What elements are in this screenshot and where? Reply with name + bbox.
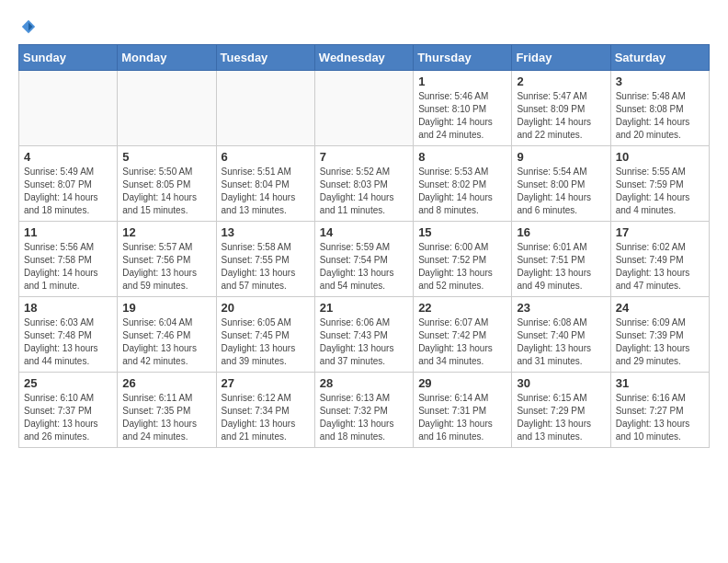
- day-number: 18: [24, 301, 112, 315]
- day-number: 26: [122, 376, 210, 390]
- day-of-week-header: Wednesday: [314, 45, 413, 71]
- day-info: Sunrise: 5:55 AM Sunset: 7:59 PM Dayligh…: [616, 166, 704, 217]
- day-info: Sunrise: 6:11 AM Sunset: 7:35 PM Dayligh…: [122, 392, 210, 443]
- day-number: 10: [616, 150, 704, 164]
- day-info: Sunrise: 6:04 AM Sunset: 7:46 PM Dayligh…: [122, 316, 210, 368]
- calendar-day-cell: [314, 71, 413, 146]
- calendar-day-cell: 1Sunrise: 5:46 AM Sunset: 8:10 PM Daylig…: [414, 71, 512, 146]
- calendar-day-cell: 12Sunrise: 5:57 AM Sunset: 7:56 PM Dayli…: [118, 222, 216, 297]
- day-info: Sunrise: 5:49 AM Sunset: 8:07 PM Dayligh…: [24, 166, 112, 217]
- calendar-day-cell: 11Sunrise: 5:56 AM Sunset: 7:58 PM Dayli…: [19, 222, 118, 297]
- day-info: Sunrise: 6:01 AM Sunset: 7:51 PM Dayligh…: [517, 241, 605, 293]
- day-of-week-header: Friday: [512, 45, 610, 71]
- calendar-day-cell: 25Sunrise: 6:10 AM Sunset: 7:37 PM Dayli…: [19, 373, 118, 448]
- calendar-day-cell: 2Sunrise: 5:47 AM Sunset: 8:09 PM Daylig…: [512, 71, 610, 146]
- calendar-day-cell: 3Sunrise: 5:48 AM Sunset: 8:08 PM Daylig…: [610, 71, 709, 146]
- calendar-week-row: 1Sunrise: 5:46 AM Sunset: 8:10 PM Daylig…: [19, 71, 710, 146]
- day-info: Sunrise: 5:50 AM Sunset: 8:05 PM Dayligh…: [122, 166, 210, 217]
- day-info: Sunrise: 5:51 AM Sunset: 8:04 PM Dayligh…: [222, 166, 310, 217]
- calendar-day-cell: 23Sunrise: 6:08 AM Sunset: 7:40 PM Dayli…: [512, 297, 610, 373]
- calendar-day-cell: 14Sunrise: 5:59 AM Sunset: 7:54 PM Dayli…: [314, 222, 413, 297]
- day-info: Sunrise: 6:03 AM Sunset: 7:48 PM Dayligh…: [24, 316, 112, 368]
- calendar-day-cell: 21Sunrise: 6:06 AM Sunset: 7:43 PM Dayli…: [314, 297, 413, 373]
- day-info: Sunrise: 6:16 AM Sunset: 7:27 PM Dayligh…: [616, 392, 704, 443]
- logo: [18, 18, 37, 35]
- day-number: 2: [517, 75, 605, 88]
- day-info: Sunrise: 5:59 AM Sunset: 7:54 PM Dayligh…: [320, 241, 408, 293]
- day-of-week-header: Monday: [118, 45, 216, 71]
- header: [18, 18, 710, 35]
- calendar-day-cell: 22Sunrise: 6:07 AM Sunset: 7:42 PM Dayli…: [414, 297, 512, 373]
- day-number: 20: [222, 301, 310, 315]
- calendar-day-cell: 16Sunrise: 6:01 AM Sunset: 7:51 PM Dayli…: [512, 222, 610, 297]
- calendar-day-cell: 7Sunrise: 5:52 AM Sunset: 8:03 PM Daylig…: [314, 146, 413, 222]
- calendar-day-cell: 19Sunrise: 6:04 AM Sunset: 7:46 PM Dayli…: [118, 297, 216, 373]
- day-number: 25: [24, 376, 112, 390]
- day-number: 14: [320, 225, 408, 239]
- calendar-day-cell: 29Sunrise: 6:14 AM Sunset: 7:31 PM Dayli…: [414, 373, 512, 448]
- calendar-day-cell: 8Sunrise: 5:53 AM Sunset: 8:02 PM Daylig…: [414, 146, 512, 222]
- day-of-week-header: Tuesday: [216, 45, 314, 71]
- calendar-day-cell: 13Sunrise: 5:58 AM Sunset: 7:55 PM Dayli…: [216, 222, 314, 297]
- day-number: 22: [418, 301, 506, 315]
- calendar-day-cell: 5Sunrise: 5:50 AM Sunset: 8:05 PM Daylig…: [118, 146, 216, 222]
- calendar-day-cell: 20Sunrise: 6:05 AM Sunset: 7:45 PM Dayli…: [216, 297, 314, 373]
- day-number: 21: [320, 301, 408, 315]
- day-info: Sunrise: 5:56 AM Sunset: 7:58 PM Dayligh…: [24, 241, 112, 293]
- day-number: 29: [418, 376, 506, 390]
- day-info: Sunrise: 6:02 AM Sunset: 7:49 PM Dayligh…: [616, 241, 704, 293]
- day-number: 1: [418, 75, 506, 88]
- day-info: Sunrise: 6:15 AM Sunset: 7:29 PM Dayligh…: [517, 392, 605, 443]
- day-info: Sunrise: 6:00 AM Sunset: 7:52 PM Dayligh…: [418, 241, 506, 293]
- day-number: 15: [418, 225, 506, 239]
- day-number: 17: [616, 225, 704, 239]
- day-info: Sunrise: 5:48 AM Sunset: 8:08 PM Dayligh…: [616, 90, 704, 142]
- day-info: Sunrise: 5:57 AM Sunset: 7:56 PM Dayligh…: [122, 241, 210, 293]
- logo-icon: [20, 18, 37, 35]
- day-number: 31: [616, 376, 704, 390]
- day-info: Sunrise: 5:46 AM Sunset: 8:10 PM Dayligh…: [418, 90, 506, 142]
- calendar-day-cell: 18Sunrise: 6:03 AM Sunset: 7:48 PM Dayli…: [19, 297, 118, 373]
- calendar-day-cell: 17Sunrise: 6:02 AM Sunset: 7:49 PM Dayli…: [610, 222, 709, 297]
- day-number: 4: [24, 150, 112, 164]
- calendar-day-cell: [216, 71, 314, 146]
- day-info: Sunrise: 6:08 AM Sunset: 7:40 PM Dayligh…: [517, 316, 605, 368]
- calendar-week-row: 18Sunrise: 6:03 AM Sunset: 7:48 PM Dayli…: [19, 297, 710, 373]
- calendar-header: SundayMondayTuesdayWednesdayThursdayFrid…: [19, 45, 710, 71]
- day-info: Sunrise: 6:10 AM Sunset: 7:37 PM Dayligh…: [24, 392, 112, 443]
- day-info: Sunrise: 5:53 AM Sunset: 8:02 PM Dayligh…: [418, 166, 506, 217]
- day-number: 23: [517, 301, 605, 315]
- day-number: 13: [222, 225, 310, 239]
- calendar-day-cell: 27Sunrise: 6:12 AM Sunset: 7:34 PM Dayli…: [216, 373, 314, 448]
- calendar-day-cell: 9Sunrise: 5:54 AM Sunset: 8:00 PM Daylig…: [512, 146, 610, 222]
- day-info: Sunrise: 5:58 AM Sunset: 7:55 PM Dayligh…: [222, 241, 310, 293]
- day-of-week-header: Thursday: [414, 45, 512, 71]
- calendar-body: 1Sunrise: 5:46 AM Sunset: 8:10 PM Daylig…: [19, 71, 710, 448]
- day-info: Sunrise: 5:47 AM Sunset: 8:09 PM Dayligh…: [517, 90, 605, 142]
- calendar-day-cell: 26Sunrise: 6:11 AM Sunset: 7:35 PM Dayli…: [118, 373, 216, 448]
- day-info: Sunrise: 5:52 AM Sunset: 8:03 PM Dayligh…: [320, 166, 408, 217]
- day-info: Sunrise: 5:54 AM Sunset: 8:00 PM Dayligh…: [517, 166, 605, 217]
- day-info: Sunrise: 6:05 AM Sunset: 7:45 PM Dayligh…: [222, 316, 310, 368]
- day-number: 28: [320, 376, 408, 390]
- day-number: 5: [122, 150, 210, 164]
- calendar-day-cell: 28Sunrise: 6:13 AM Sunset: 7:32 PM Dayli…: [314, 373, 413, 448]
- day-info: Sunrise: 6:12 AM Sunset: 7:34 PM Dayligh…: [222, 392, 310, 443]
- day-info: Sunrise: 6:07 AM Sunset: 7:42 PM Dayligh…: [418, 316, 506, 368]
- day-info: Sunrise: 6:06 AM Sunset: 7:43 PM Dayligh…: [320, 316, 408, 368]
- calendar-day-cell: 30Sunrise: 6:15 AM Sunset: 7:29 PM Dayli…: [512, 373, 610, 448]
- calendar-day-cell: 10Sunrise: 5:55 AM Sunset: 7:59 PM Dayli…: [610, 146, 709, 222]
- day-number: 8: [418, 150, 506, 164]
- calendar-week-row: 25Sunrise: 6:10 AM Sunset: 7:37 PM Dayli…: [19, 373, 710, 448]
- day-number: 11: [24, 225, 112, 239]
- calendar-day-cell: 15Sunrise: 6:00 AM Sunset: 7:52 PM Dayli…: [414, 222, 512, 297]
- calendar-table: SundayMondayTuesdayWednesdayThursdayFrid…: [18, 44, 710, 448]
- day-number: 9: [517, 150, 605, 164]
- day-info: Sunrise: 6:14 AM Sunset: 7:31 PM Dayligh…: [418, 392, 506, 443]
- day-number: 3: [616, 75, 704, 88]
- calendar-day-cell: 4Sunrise: 5:49 AM Sunset: 8:07 PM Daylig…: [19, 146, 118, 222]
- day-number: 7: [320, 150, 408, 164]
- day-of-week-header: Sunday: [19, 45, 118, 71]
- day-number: 6: [222, 150, 310, 164]
- day-number: 12: [122, 225, 210, 239]
